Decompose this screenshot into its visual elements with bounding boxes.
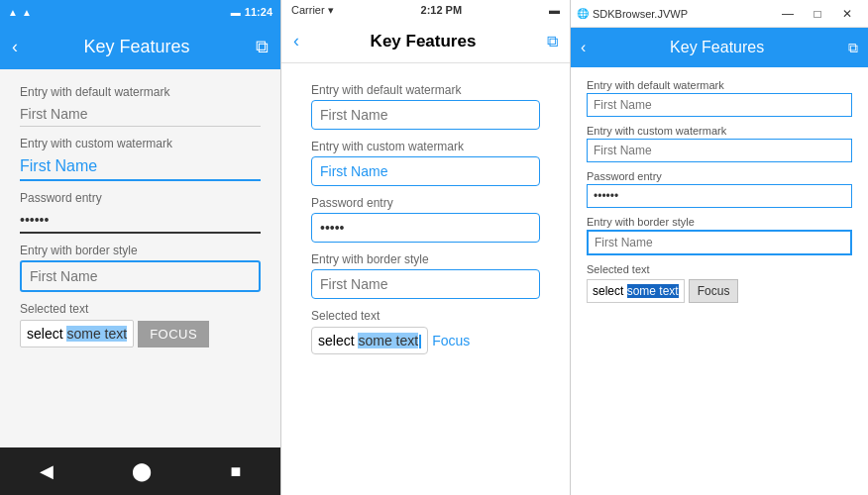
win-field-label-2: Entry with custom watermark (587, 125, 852, 137)
android-bottom-nav: ◀ ⬤ ■ (0, 447, 280, 495)
back-nav-icon[interactable]: ◀ (40, 460, 54, 482)
ios-field-label-2: Entry with custom watermark (311, 140, 540, 153)
ios-external-link-icon[interactable]: ⧉ (547, 33, 558, 50)
page-title: Key Features (18, 37, 256, 57)
windows-panel: 🌐 SDKBrowser.JVWP — □ ✕ ‹ Key Features ⧉… (571, 0, 868, 495)
wifi-icon: ▲ (8, 7, 18, 18)
ios-custom-watermark-input[interactable] (311, 156, 540, 186)
android-content: Entry with default watermark Entry with … (0, 69, 280, 447)
ios-selected-text-row: select some text Focus (311, 327, 540, 354)
carrier-label: Carrier ▾ (291, 4, 334, 17)
ios-selected-word: some text (358, 333, 418, 348)
win-field-label-3: Password entry (587, 170, 852, 182)
win-field-label-1: Entry with default watermark (587, 79, 852, 91)
custom-watermark-input[interactable] (20, 153, 261, 181)
win-field-label-5: Selected text (587, 263, 852, 275)
win-password-input[interactable] (587, 184, 852, 208)
win-focus-button[interactable]: Focus (689, 279, 739, 303)
ios-field-label-3: Password entry (311, 196, 540, 210)
selected-before: select (27, 326, 66, 342)
win-selected-text-field[interactable]: select some text (587, 279, 685, 303)
android-toolbar: ‹ Key Features ⧉ (0, 24, 280, 69)
page-title: Key Features (299, 32, 547, 51)
ios-field-label-1: Entry with default watermark (311, 83, 540, 97)
field-label-5: Selected text (20, 302, 261, 316)
ios-field-label-4: Entry with border style (311, 252, 540, 266)
ios-panel: Carrier ▾ 2:12 PM ▬ ‹ Key Features ⧉ Ent… (281, 0, 571, 495)
win-toolbar: ‹ Key Features ⧉ (571, 28, 868, 67)
statusbar-right: ▬ 11:24 (231, 6, 272, 18)
android-statusbar: ▲ ▲ ▬ 11:24 (0, 0, 280, 24)
win-title: SDKBrowser.JVWP (589, 8, 773, 20)
border-style-input[interactable] (20, 260, 261, 292)
win-custom-watermark-input[interactable] (587, 139, 852, 162)
win-border-style-input[interactable] (587, 230, 852, 255)
focus-button[interactable]: FOCUS (138, 321, 209, 347)
selected-text-field[interactable]: select some text (20, 320, 134, 347)
ios-content: Entry with default watermark Entry with … (281, 63, 570, 495)
selected-word: some text (66, 326, 127, 342)
field-label-3: Password entry (20, 191, 261, 205)
home-nav-icon[interactable]: ⬤ (132, 460, 152, 482)
android-panel: ▲ ▲ ▬ 11:24 ‹ Key Features ⧉ Entry with … (0, 0, 281, 495)
ios-toolbar: ‹ Key Features ⧉ (281, 20, 570, 63)
win-default-watermark-input[interactable] (587, 93, 852, 117)
win-field-label-4: Entry with border style (587, 216, 852, 228)
password-input[interactable] (20, 208, 261, 234)
page-title: Key Features (586, 39, 848, 56)
win-controls: — □ ✕ (773, 0, 862, 28)
win-selected-before: select (593, 284, 627, 298)
external-link-icon[interactable]: ⧉ (256, 37, 269, 57)
minimize-button[interactable]: — (773, 0, 803, 28)
maximize-button[interactable]: □ (803, 0, 832, 28)
win-selected-word: some text (627, 284, 679, 298)
statusbar-left: ▲ ▲ (8, 7, 32, 18)
ios-default-watermark-input[interactable] (311, 100, 540, 130)
signal-icon: ▲ (22, 7, 32, 18)
ios-border-style-input[interactable] (311, 269, 540, 299)
ios-field-label-5: Selected text (311, 309, 540, 323)
ios-cursor (419, 335, 421, 348)
field-label-1: Entry with default watermark (20, 85, 261, 99)
win-titlebar: 🌐 SDKBrowser.JVWP — □ ✕ (571, 0, 868, 28)
win-selected-text-row: select some text Focus (587, 279, 852, 303)
ios-time: 2:12 PM (421, 4, 463, 16)
ios-selected-text-field[interactable]: select some text (311, 327, 428, 354)
ios-statusbar: Carrier ▾ 2:12 PM ▬ (281, 0, 570, 20)
win-app-icon: 🌐 (577, 8, 589, 19)
ios-battery-icon: ▬ (549, 4, 560, 16)
status-time: 11:24 (245, 6, 272, 18)
field-label-4: Entry with border style (20, 244, 261, 257)
ios-selected-before: select (318, 333, 358, 348)
close-button[interactable]: ✕ (832, 0, 862, 28)
selected-text-row: select some text FOCUS (20, 320, 261, 347)
battery-icon: ▬ (231, 7, 241, 18)
recents-nav-icon[interactable]: ■ (230, 461, 241, 482)
ios-focus-link[interactable]: Focus (432, 333, 470, 348)
ios-password-input[interactable] (311, 213, 540, 243)
win-content: Entry with default watermark Entry with … (571, 67, 868, 495)
win-external-link-icon[interactable]: ⧉ (848, 40, 858, 56)
default-watermark-input[interactable] (20, 102, 261, 127)
field-label-2: Entry with custom watermark (20, 137, 261, 150)
